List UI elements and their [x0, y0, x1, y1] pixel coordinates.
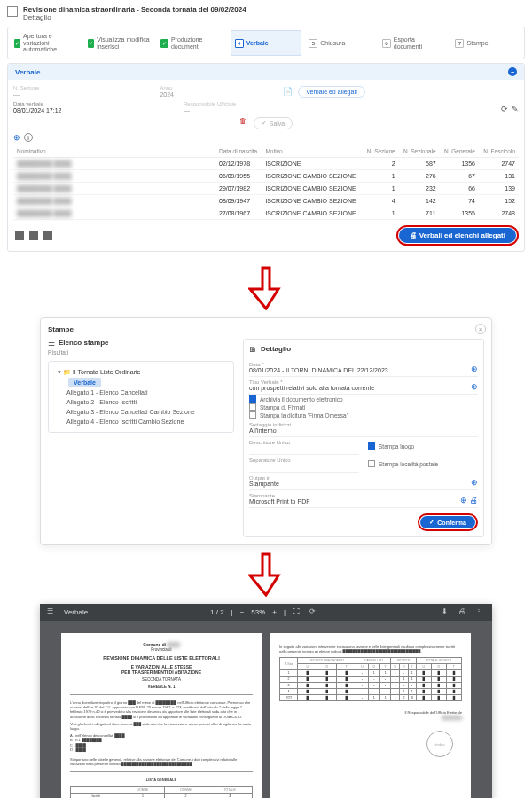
dropdown-icon[interactable]: ⊕	[471, 364, 478, 373]
divider: |	[284, 608, 286, 616]
collapse-icon[interactable]: −	[508, 67, 517, 76]
data-verbale-field[interactable]: 08/01/2024 17:12	[13, 107, 178, 113]
verbale-allegati-pill[interactable]: Verbale ed allegati	[298, 86, 365, 98]
conferma-button[interactable]: ✓ Conferma	[420, 516, 475, 528]
history-icon[interactable]: ⟳	[501, 105, 508, 113]
dropdown-icon[interactable]: ⊕	[471, 478, 478, 487]
divider: |	[231, 608, 233, 616]
dropdown-icon[interactable]: ⊕	[460, 496, 467, 505]
step-4[interactable]: 4Verbale	[231, 30, 302, 56]
table-row[interactable]: ████████ ████08/09/1947ISCRIZIONE CAMBIO…	[13, 195, 519, 207]
rotate-icon[interactable]: ⟳	[309, 607, 319, 617]
tool-icon[interactable]	[29, 231, 38, 240]
detail-icon: 🗎	[249, 345, 257, 354]
step-1[interactable]: ✓Apertura e variazioni automatiche	[11, 30, 81, 56]
tree-item[interactable]: Allegato 4 - Elenco Iscritti Cambio Sezi…	[54, 417, 228, 426]
delete-icon[interactable]: 🗑	[239, 117, 246, 129]
download-icon[interactable]: ⬇	[442, 607, 451, 617]
stampe-title: Stampe	[48, 325, 484, 333]
step-6[interactable]: 6Esporta documenti	[379, 30, 449, 56]
cb-stampa-localita[interactable]	[368, 460, 375, 467]
pdf-title: Verbale	[64, 608, 88, 616]
pdf-toolbar: ☰ Verbale 1 / 2 | − 53% + | ⛶ ⟳ ⬇ 🖨 ⋮	[40, 604, 492, 621]
list-icon: ☰	[48, 339, 55, 348]
tipo-select[interactable]: con prospetti relativi solo alla tornata…	[249, 385, 374, 391]
page-indicator: 1 / 2	[210, 608, 224, 616]
tool-icon[interactable]	[43, 231, 52, 240]
dropdown-icon[interactable]: ⊕	[471, 382, 478, 391]
print-icon[interactable]: 🖨	[458, 607, 468, 617]
cb-stampa-luogo[interactable]	[368, 442, 375, 450]
check-icon: ✓	[14, 39, 20, 48]
table-row[interactable]: ████████ ████02/12/1978ISCRIZIONE2587135…	[13, 158, 519, 170]
pdf-page-1: Comune di ████ Provincia di REVISIONE DI…	[61, 633, 262, 798]
tool-icon[interactable]	[15, 231, 24, 240]
page-subtitle: Dettaglio	[23, 13, 246, 21]
check-icon: ✓	[88, 39, 95, 48]
table-row[interactable]: ████████ ████06/09/1955ISCRIZIONE CAMBIO…	[13, 170, 519, 183]
sep-input[interactable]	[249, 463, 291, 469]
menu-icon[interactable]: ☰	[47, 607, 57, 617]
step-5[interactable]: 5Chiusura	[305, 30, 375, 56]
descr-input[interactable]	[249, 445, 290, 451]
zoom-out-icon[interactable]: −	[240, 608, 245, 616]
tree-item[interactable]: Allegato 2 - Elenco Iscritti	[54, 397, 228, 407]
zoom-in-icon[interactable]: +	[272, 608, 277, 616]
salva-button[interactable]: ✓ Salva	[254, 117, 293, 129]
step-2[interactable]: ✓Visualizza modifica inserisci	[84, 30, 154, 56]
cb-firmati[interactable]	[249, 403, 256, 411]
edit-icon[interactable]: ✎	[512, 105, 519, 113]
expand-icon[interactable]: ⊕	[13, 133, 20, 142]
section-verbale-header[interactable]: Verbale −	[8, 64, 524, 80]
doc-icon: 📄	[283, 87, 293, 96]
zoom-level: 53%	[251, 608, 265, 616]
table-row[interactable]: ████████ ████27/08/1967ISCRIZIONE CAMBIO…	[13, 207, 519, 220]
page-title: Revisione dinamica straordinaria - Secon…	[23, 5, 246, 13]
stampe-tree: ▾ 📁 II Tornata Liste Ordinarie Verbale A…	[48, 361, 234, 433]
data-select[interactable]: 08/01/2024 - II TORN. DINAMICA DEL 22/12…	[249, 367, 388, 373]
tree-item[interactable]: Allegato 1 - Elenco Cancellati	[54, 387, 228, 397]
step-7[interactable]: 7Stampe	[451, 30, 521, 56]
cb-archivia[interactable]	[249, 395, 256, 403]
cb-firma-omessa[interactable]	[249, 411, 256, 419]
output-select[interactable]: Stampante	[249, 481, 279, 487]
pdf-page-2: In seguito alle variazioni intervenute i…	[270, 633, 471, 798]
fit-icon[interactable]: ⛶	[293, 607, 302, 617]
stampante-select[interactable]: Microsoft Print to PDF	[249, 498, 309, 505]
app-icon	[7, 6, 18, 17]
stamp-icon: timbro	[426, 731, 453, 757]
more-icon[interactable]: ⋮	[475, 607, 485, 617]
verbali-elenchi-button[interactable]: 🖨 Verbali ed elenchi allegati	[399, 228, 516, 243]
print-icon[interactable]: 🖨	[470, 496, 478, 505]
tree-item[interactable]: Allegato 3 - Elenco Cancellati Cambio Se…	[54, 407, 228, 417]
step-3[interactable]: ✓Produzione documenti	[157, 30, 227, 56]
close-icon[interactable]: ×	[475, 324, 486, 334]
table-row[interactable]: ████████ ████29/07/1982ISCRIZIONE CAMBIO…	[13, 183, 519, 195]
indirizzo-select[interactable]: All'interno	[249, 427, 291, 434]
check-icon: ✓	[160, 39, 168, 48]
tree-folder[interactable]: ▾ 📁 II Tornata Liste Ordinarie	[54, 367, 228, 378]
tree-item-verbale[interactable]: Verbale	[68, 378, 101, 387]
people-table: Nominativo Data di nascita Motivo N. Sez…	[13, 145, 519, 220]
wizard-steps: ✓Apertura e variazioni automatiche ✓Visu…	[7, 27, 525, 59]
info-icon[interactable]: i	[24, 133, 33, 142]
